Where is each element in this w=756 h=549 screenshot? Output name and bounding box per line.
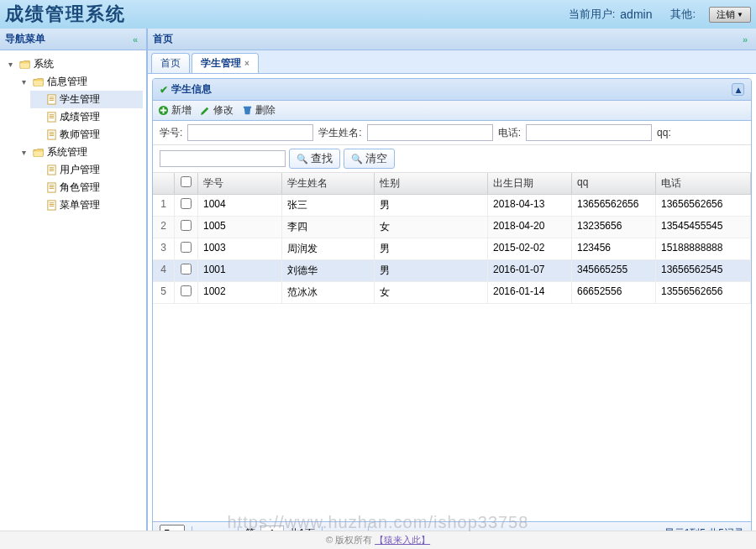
search-name-input[interactable] xyxy=(367,124,493,141)
row-checkbox[interactable] xyxy=(181,220,192,231)
current-user-label: 当前用户: xyxy=(569,7,616,22)
row-checkbox[interactable] xyxy=(181,198,192,209)
page-icon xyxy=(46,200,57,211)
add-button[interactable]: 新增 xyxy=(158,103,192,118)
toolbar: 新增 修改 删除 xyxy=(153,101,751,121)
select-all-cell xyxy=(175,173,198,194)
footer: © 版权所有 【猿来入此】 xyxy=(0,531,756,549)
search-icon: 🔍 xyxy=(351,154,363,165)
search-qq-input[interactable] xyxy=(160,150,286,167)
col-birth[interactable]: 出生日期 xyxy=(488,173,572,194)
tree-node-info-mgmt[interactable]: ▾ 信息管理 xyxy=(17,73,143,91)
panel-title: 学生信息 xyxy=(171,82,212,97)
app-header: 成绩管理系统 当前用户: admin 其他: 注销 ▼ xyxy=(0,0,756,29)
tree-label: 教师管理 xyxy=(60,128,100,142)
svg-rect-3 xyxy=(48,165,55,175)
tree-label: 菜单管理 xyxy=(60,198,100,212)
cell-name: 李四 xyxy=(282,217,375,238)
search-tel-input[interactable] xyxy=(526,124,652,141)
cell-qq: 13656562656 xyxy=(572,195,656,216)
collapse-up-icon[interactable]: ▴ xyxy=(732,83,744,96)
search-icon: 🔍 xyxy=(297,154,308,165)
cell-tel: 13656562656 xyxy=(656,195,751,216)
tree-toggle-icon[interactable]: ▾ xyxy=(8,60,17,69)
clear-button[interactable]: 🔍 清空 xyxy=(344,149,395,169)
row-number: 5 xyxy=(153,282,175,303)
cell-id: 1003 xyxy=(198,238,282,259)
tree-node-menu-mgmt[interactable]: 菜单管理 xyxy=(30,196,143,214)
delete-button[interactable]: 删除 xyxy=(242,103,276,118)
row-number: 3 xyxy=(153,238,175,259)
tree-node-student-mgmt[interactable]: 学生管理 xyxy=(30,91,143,108)
pencil-icon xyxy=(200,105,211,116)
cell-sex: 男 xyxy=(375,195,488,216)
tree-label: 成绩管理 xyxy=(60,110,100,124)
edit-button[interactable]: 修改 xyxy=(200,103,234,118)
tree-node-teacher-mgmt[interactable]: 教师管理 xyxy=(30,126,143,144)
tree-node-sys-mgmt[interactable]: ▾ 系统管理 xyxy=(17,144,143,161)
table-row[interactable]: 41001刘德华男2016-01-0734566525513656562545 xyxy=(153,260,751,282)
tree-label: 系统管理 xyxy=(47,145,87,159)
student-info-panel: ✔ 学生信息 ▴ 新增 修改 删除 学号: xyxy=(152,78,752,545)
grid-header: 学号 学生姓名 性别 出生日期 qq 电话 xyxy=(153,173,751,195)
table-row[interactable]: 11004张三男2018-04-131365656265613656562656 xyxy=(153,195,751,217)
collapse-right-icon[interactable]: » xyxy=(739,34,751,44)
cell-tel: 13545455545 xyxy=(656,217,751,238)
logout-button[interactable]: 注销 ▼ xyxy=(709,7,751,23)
find-button[interactable]: 🔍 查找 xyxy=(289,149,340,169)
search-id-input[interactable] xyxy=(187,124,313,141)
sidebar-title: 导航菜单 xyxy=(5,32,45,46)
delete-label: 删除 xyxy=(255,103,276,118)
svg-rect-5 xyxy=(48,201,55,210)
tree-node-system[interactable]: ▾ 系统 xyxy=(3,55,143,73)
col-qq[interactable]: qq xyxy=(572,173,656,194)
row-checkbox[interactable] xyxy=(181,242,192,253)
tree-toggle-icon[interactable]: ▾ xyxy=(22,77,30,86)
search-tel-label: 电话: xyxy=(498,126,521,140)
cell-qq: 123456 xyxy=(572,238,656,259)
col-name[interactable]: 学生姓名 xyxy=(282,173,375,194)
cell-id: 1004 xyxy=(198,195,282,216)
row-checkbox[interactable] xyxy=(181,264,192,274)
svg-rect-2 xyxy=(48,130,55,139)
tree-toggle-icon[interactable]: ▾ xyxy=(22,148,30,157)
main-title: 首页 xyxy=(153,32,173,46)
row-checkbox[interactable] xyxy=(181,285,192,296)
cell-birth: 2016-01-14 xyxy=(488,282,572,303)
row-number: 2 xyxy=(153,217,175,238)
folder-open-icon xyxy=(33,148,45,158)
cell-tel: 15188888888 xyxy=(656,238,751,259)
tree-node-grade-mgmt[interactable]: 成绩管理 xyxy=(30,108,143,126)
tab-student-mgmt[interactable]: 学生管理 × xyxy=(192,53,259,73)
sidebar: 导航菜单 « ▾ 系统 ▾ 信息管理 学生管理 xyxy=(0,29,147,549)
cell-tel: 13656562545 xyxy=(656,260,751,281)
tab-label: 首页 xyxy=(160,56,181,71)
col-sex[interactable]: 性别 xyxy=(375,173,488,194)
footer-link[interactable]: 【猿来入此】 xyxy=(375,535,430,545)
cell-name: 周润发 xyxy=(282,238,375,259)
page-icon xyxy=(46,129,57,140)
tabs-bar: 首页 学生管理 × xyxy=(148,50,756,74)
search-name-label: 学生姓名: xyxy=(318,126,361,140)
main-header: 首页 » xyxy=(148,29,756,50)
folder-open-icon xyxy=(33,77,45,87)
svg-rect-0 xyxy=(48,95,55,104)
tree-node-user-mgmt[interactable]: 用户管理 xyxy=(30,161,143,179)
select-all-checkbox[interactable] xyxy=(181,176,192,187)
table-row[interactable]: 21005李四女2018-04-201323565613545455545 xyxy=(153,217,751,238)
collapse-left-icon[interactable]: « xyxy=(129,34,141,44)
cell-sex: 男 xyxy=(375,238,488,259)
close-icon[interactable]: × xyxy=(244,59,249,68)
plus-icon xyxy=(158,105,169,116)
cell-name: 范冰冰 xyxy=(282,282,375,303)
cell-birth: 2015-02-02 xyxy=(488,238,572,259)
tree-node-role-mgmt[interactable]: 角色管理 xyxy=(30,179,143,196)
data-grid: 学号 学生姓名 性别 出生日期 qq 电话 11004张三男2018-04-13… xyxy=(153,173,751,521)
table-row[interactable]: 31003周润发男2015-02-0212345615188888888 xyxy=(153,238,751,260)
page-icon xyxy=(46,165,57,175)
col-tel[interactable]: 电话 xyxy=(656,173,751,194)
edit-label: 修改 xyxy=(213,103,234,118)
table-row[interactable]: 51002范冰冰女2016-01-146665255613556562656 xyxy=(153,282,751,304)
tab-home[interactable]: 首页 xyxy=(151,53,190,73)
col-id[interactable]: 学号 xyxy=(198,173,282,194)
